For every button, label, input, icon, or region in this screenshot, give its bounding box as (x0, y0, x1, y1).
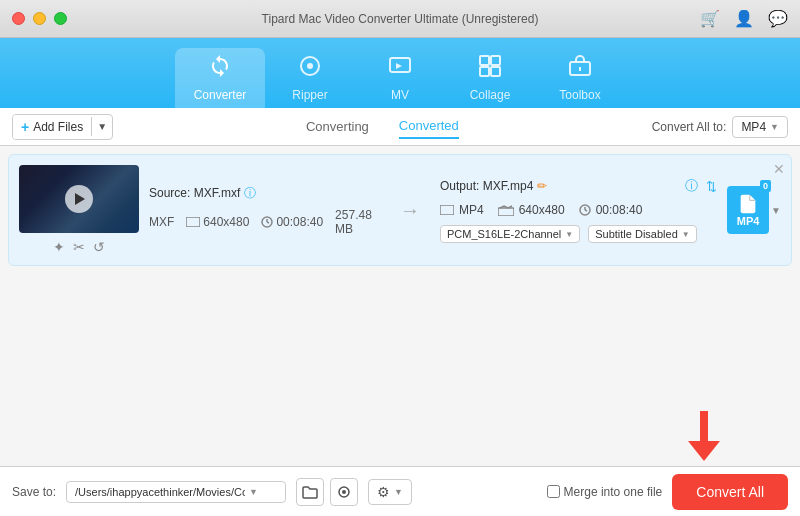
audio-select[interactable]: PCM_S16LE-2Channel ▼ (440, 225, 580, 243)
thumbnail-wrapper: ✦ ✂ ↺ (19, 165, 139, 255)
badge-notification: 0 (760, 180, 771, 192)
merge-label: Merge into one file (564, 485, 663, 499)
arrow-stem (700, 411, 708, 441)
thumbnail[interactable] (19, 165, 139, 233)
svg-rect-5 (480, 67, 489, 76)
svg-rect-3 (480, 56, 489, 65)
nav-mv[interactable]: MV (355, 48, 445, 108)
file-info: Source: MXF.mxf ⓘ MXF 640x480 00:08:40 2… (149, 185, 380, 236)
nav-toolbox[interactable]: Toolbox (535, 48, 625, 108)
save-path-chevron: ▼ (249, 487, 258, 497)
toolbar-tabs: Converting Converted (306, 114, 459, 139)
merge-checkbox[interactable] (547, 485, 560, 498)
nav-collage-label: Collage (470, 88, 511, 102)
output-header-icons: ⓘ ⇅ (685, 177, 717, 195)
output-format-detail: MP4 (440, 203, 484, 217)
file-format: MXF (149, 215, 174, 229)
play-button[interactable] (65, 185, 93, 213)
format-badge-label: MP4 (737, 215, 760, 227)
output-duration: 00:08:40 (596, 203, 643, 217)
nav-bar: Converter Ripper MV Collag (0, 38, 800, 108)
preview-button[interactable] (330, 478, 358, 506)
settings-icon: ⚙ (377, 484, 390, 500)
subtitle-select[interactable]: Subtitle Disabled ▼ (588, 225, 696, 243)
maximize-button[interactable] (54, 12, 67, 25)
nav-collage[interactable]: Collage (445, 48, 535, 108)
source-label: Source: MXF.mxf (149, 186, 240, 200)
tab-converted[interactable]: Converted (399, 114, 459, 139)
svg-rect-6 (491, 67, 500, 76)
save-path-input[interactable] (75, 486, 245, 498)
file-source: Source: MXF.mxf ⓘ (149, 185, 380, 202)
file-duration: 00:08:40 (261, 215, 323, 229)
ripper-icon (298, 54, 322, 84)
format-chevron-icon: ▼ (770, 122, 779, 132)
svg-rect-4 (491, 56, 500, 65)
chat-icon[interactable]: 💬 (768, 9, 788, 28)
badge-expand-icon[interactable]: ▼ (771, 205, 781, 216)
nav-converter-label: Converter (194, 88, 247, 102)
sparkle-icon[interactable]: ✦ (53, 239, 65, 255)
convert-all-to-label: Convert All to: (652, 120, 727, 134)
info-icon[interactable]: ⓘ (244, 185, 256, 202)
format-badge[interactable]: 0 MP4 (727, 186, 769, 234)
thumbnail-icons: ✦ ✂ ↺ (53, 239, 105, 255)
svg-line-18 (585, 210, 587, 211)
nav-converter[interactable]: Converter (175, 48, 265, 108)
convert-all-button[interactable]: Convert All (672, 474, 788, 510)
output-header: Output: MXF.mp4 ✏ ⓘ ⇅ (440, 177, 717, 195)
output-resolution-detail: 640x480 (498, 203, 565, 217)
plus-icon: + (21, 119, 29, 135)
cart-icon[interactable]: 🛒 (700, 9, 720, 28)
title-bar: Tipard Mac Video Converter Ultimate (Unr… (0, 0, 800, 38)
svg-point-1 (307, 63, 313, 69)
file-size: 257.48 MB (335, 208, 380, 236)
nav-ripper[interactable]: Ripper (265, 48, 355, 108)
main-content: ✦ ✂ ↺ Source: MXF.mxf ⓘ MXF 640x480 00:0… (0, 146, 800, 466)
add-files-button[interactable]: + Add Files (13, 115, 91, 139)
rotate-icon[interactable]: ↺ (93, 239, 105, 255)
tab-converting[interactable]: Converting (306, 115, 369, 138)
arrow-down (688, 441, 720, 461)
add-files-dropdown[interactable]: ▼ (91, 117, 112, 136)
window-controls (12, 12, 67, 25)
format-select[interactable]: MP4 ▼ (732, 116, 788, 138)
settings-button[interactable]: ⚙ ▼ (368, 479, 412, 505)
output-format: MP4 (459, 203, 484, 217)
svg-rect-9 (186, 217, 200, 227)
close-file-button[interactable]: ✕ (773, 161, 785, 177)
minimize-button[interactable] (33, 12, 46, 25)
edit-icon[interactable]: ✏ (537, 179, 547, 193)
nav-mv-label: MV (391, 88, 409, 102)
folder-button[interactable] (296, 478, 324, 506)
cut-icon[interactable]: ✂ (73, 239, 85, 255)
file-item: ✦ ✂ ↺ Source: MXF.mxf ⓘ MXF 640x480 00:0… (8, 154, 792, 266)
bottom-bar: Save to: ▼ ⚙ ▼ Merge into one file Conve… (0, 466, 800, 516)
file-meta: MXF 640x480 00:08:40 257.48 MB (149, 208, 380, 236)
audio-select-value: PCM_S16LE-2Channel (447, 228, 561, 240)
subtitle-select-value: Subtitle Disabled (595, 228, 678, 240)
subtitle-chevron-icon: ▼ (682, 230, 690, 239)
close-button[interactable] (12, 12, 25, 25)
output-details: MP4 640x480 00:08:40 (440, 203, 717, 217)
nav-toolbox-label: Toolbox (559, 88, 600, 102)
add-files-label: Add Files (33, 120, 83, 134)
format-select-value: MP4 (741, 120, 766, 134)
output-download-icon[interactable]: ⇅ (706, 179, 717, 194)
converter-icon (208, 54, 232, 84)
toolbar: + Add Files ▼ Converting Converted Conve… (0, 108, 800, 146)
title-bar-actions: 🛒 👤 💬 (700, 9, 788, 28)
user-icon[interactable]: 👤 (734, 9, 754, 28)
output-label: Output: MXF.mp4 (440, 179, 533, 193)
output-info: Output: MXF.mp4 ✏ ⓘ ⇅ MP4 640x480 (440, 177, 717, 243)
app-title: Tipard Mac Video Converter Ultimate (Unr… (262, 12, 539, 26)
output-selects: PCM_S16LE-2Channel ▼ Subtitle Disabled ▼ (440, 225, 717, 243)
collage-icon (478, 54, 502, 84)
bottom-icons (296, 478, 358, 506)
output-info-icon[interactable]: ⓘ (685, 177, 698, 195)
nav-ripper-label: Ripper (292, 88, 327, 102)
save-path-field: ▼ (66, 481, 286, 503)
merge-checkbox-group: Merge into one file (547, 485, 663, 499)
settings-chevron: ▼ (394, 487, 403, 497)
thumbnail-bg (19, 165, 139, 233)
